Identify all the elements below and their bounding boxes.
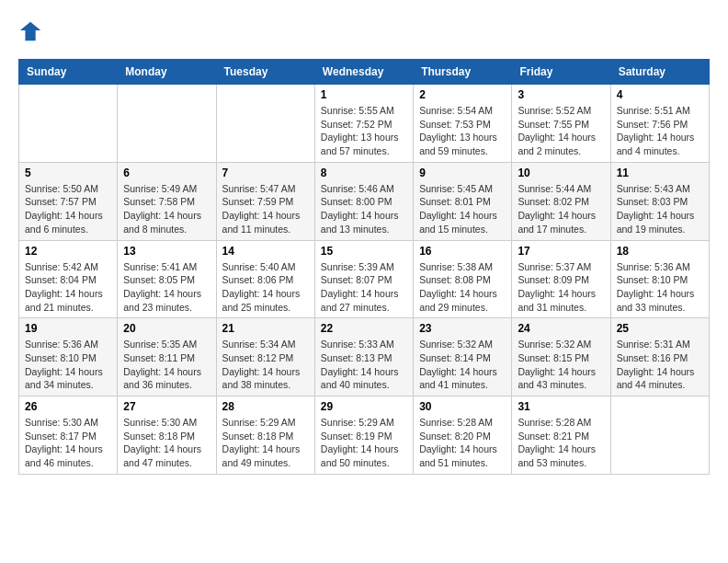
- day-number: 4: [617, 88, 703, 101]
- day-number: 7: [222, 167, 309, 179]
- day-info: Sunrise: 5:40 AM Sunset: 8:06 PM Dayligh…: [222, 260, 309, 315]
- calendar-cell: 28Sunrise: 5:29 AM Sunset: 8:18 PM Dayli…: [216, 396, 314, 475]
- day-header-saturday: Saturday: [610, 60, 709, 85]
- day-number: 10: [518, 167, 604, 179]
- day-number: 31: [518, 400, 604, 413]
- calendar-cell: 21Sunrise: 5:34 AM Sunset: 8:12 PM Dayli…: [216, 318, 314, 396]
- calendar-cell: 26Sunrise: 5:30 AM Sunset: 8:17 PM Dayli…: [19, 396, 118, 475]
- day-number: 14: [222, 245, 309, 258]
- page-header: [18, 18, 710, 44]
- day-info: Sunrise: 5:28 AM Sunset: 8:21 PM Dayligh…: [518, 416, 604, 470]
- day-info: Sunrise: 5:45 AM Sunset: 8:01 PM Dayligh…: [419, 182, 506, 236]
- calendar-table: SundayMondayTuesdayWednesdayThursdayFrid…: [18, 59, 710, 475]
- day-info: Sunrise: 5:52 AM Sunset: 7:55 PM Dayligh…: [518, 104, 604, 158]
- day-info: Sunrise: 5:36 AM Sunset: 8:10 PM Dayligh…: [617, 260, 703, 315]
- calendar-cell: 20Sunrise: 5:35 AM Sunset: 8:11 PM Dayli…: [118, 318, 216, 396]
- day-header-sunday: Sunday: [19, 60, 118, 85]
- day-info: Sunrise: 5:47 AM Sunset: 7:59 PM Dayligh…: [222, 182, 309, 236]
- calendar-cell: 7Sunrise: 5:47 AM Sunset: 7:59 PM Daylig…: [216, 162, 314, 240]
- day-info: Sunrise: 5:28 AM Sunset: 8:20 PM Dayligh…: [419, 416, 506, 470]
- day-number: 29: [321, 400, 407, 413]
- day-info: Sunrise: 5:51 AM Sunset: 7:56 PM Dayligh…: [617, 104, 703, 158]
- day-info: Sunrise: 5:39 AM Sunset: 8:07 PM Dayligh…: [321, 260, 407, 315]
- calendar-cell: 17Sunrise: 5:37 AM Sunset: 8:09 PM Dayli…: [512, 240, 610, 318]
- day-header-monday: Monday: [118, 60, 216, 85]
- day-info: Sunrise: 5:29 AM Sunset: 8:19 PM Dayligh…: [321, 416, 407, 470]
- day-number: 24: [518, 322, 604, 335]
- calendar-header-row: SundayMondayTuesdayWednesdayThursdayFrid…: [19, 60, 710, 85]
- calendar-cell: 11Sunrise: 5:43 AM Sunset: 8:03 PM Dayli…: [610, 162, 709, 240]
- calendar-cell: 8Sunrise: 5:46 AM Sunset: 8:00 PM Daylig…: [314, 162, 413, 240]
- calendar-cell: 13Sunrise: 5:41 AM Sunset: 8:05 PM Dayli…: [118, 240, 216, 318]
- calendar-cell: 2Sunrise: 5:54 AM Sunset: 7:53 PM Daylig…: [414, 85, 512, 163]
- calendar-cell: 27Sunrise: 5:30 AM Sunset: 8:18 PM Dayli…: [118, 396, 216, 475]
- day-number: 23: [419, 322, 506, 335]
- day-number: 26: [25, 400, 111, 413]
- day-info: Sunrise: 5:42 AM Sunset: 8:04 PM Dayligh…: [25, 260, 111, 315]
- day-info: Sunrise: 5:49 AM Sunset: 7:58 PM Dayligh…: [123, 182, 210, 236]
- svg-marker-0: [20, 22, 40, 41]
- calendar-cell: 29Sunrise: 5:29 AM Sunset: 8:19 PM Dayli…: [314, 396, 413, 475]
- day-number: 11: [617, 167, 703, 179]
- calendar-cell: [19, 85, 118, 163]
- day-info: Sunrise: 5:43 AM Sunset: 8:03 PM Dayligh…: [617, 182, 703, 236]
- day-number: 17: [518, 245, 604, 258]
- day-number: 19: [25, 322, 111, 335]
- day-number: 30: [419, 400, 506, 413]
- calendar-week-1: 1Sunrise: 5:55 AM Sunset: 7:52 PM Daylig…: [19, 85, 710, 163]
- day-info: Sunrise: 5:30 AM Sunset: 8:18 PM Dayligh…: [123, 416, 210, 470]
- calendar-cell: 25Sunrise: 5:31 AM Sunset: 8:16 PM Dayli…: [610, 318, 709, 396]
- day-number: 16: [419, 245, 506, 258]
- calendar-cell: 18Sunrise: 5:36 AM Sunset: 8:10 PM Dayli…: [610, 240, 709, 318]
- day-number: 13: [123, 245, 210, 258]
- day-header-wednesday: Wednesday: [314, 60, 413, 85]
- day-info: Sunrise: 5:34 AM Sunset: 8:12 PM Dayligh…: [222, 338, 309, 392]
- calendar-cell: [216, 85, 314, 163]
- day-info: Sunrise: 5:35 AM Sunset: 8:11 PM Dayligh…: [123, 338, 210, 392]
- calendar-cell: [610, 396, 709, 475]
- calendar-cell: 10Sunrise: 5:44 AM Sunset: 8:02 PM Dayli…: [512, 162, 610, 240]
- day-info: Sunrise: 5:37 AM Sunset: 8:09 PM Dayligh…: [518, 260, 604, 315]
- day-info: Sunrise: 5:36 AM Sunset: 8:10 PM Dayligh…: [25, 338, 111, 392]
- day-info: Sunrise: 5:31 AM Sunset: 8:16 PM Dayligh…: [617, 338, 703, 392]
- day-header-thursday: Thursday: [414, 60, 512, 85]
- calendar-cell: 22Sunrise: 5:33 AM Sunset: 8:13 PM Dayli…: [314, 318, 413, 396]
- day-info: Sunrise: 5:32 AM Sunset: 8:15 PM Dayligh…: [518, 338, 604, 392]
- day-number: 20: [123, 322, 210, 335]
- day-info: Sunrise: 5:32 AM Sunset: 8:14 PM Dayligh…: [419, 338, 506, 392]
- day-number: 28: [222, 400, 309, 413]
- calendar-cell: 1Sunrise: 5:55 AM Sunset: 7:52 PM Daylig…: [314, 85, 413, 163]
- calendar-cell: 23Sunrise: 5:32 AM Sunset: 8:14 PM Dayli…: [414, 318, 512, 396]
- calendar-week-2: 5Sunrise: 5:50 AM Sunset: 7:57 PM Daylig…: [19, 162, 710, 240]
- calendar-cell: 14Sunrise: 5:40 AM Sunset: 8:06 PM Dayli…: [216, 240, 314, 318]
- logo-icon: [18, 18, 44, 44]
- day-number: 3: [518, 88, 604, 101]
- day-info: Sunrise: 5:30 AM Sunset: 8:17 PM Dayligh…: [25, 416, 111, 470]
- calendar-week-3: 12Sunrise: 5:42 AM Sunset: 8:04 PM Dayli…: [19, 240, 710, 318]
- day-number: 9: [419, 167, 506, 179]
- day-info: Sunrise: 5:41 AM Sunset: 8:05 PM Dayligh…: [123, 260, 210, 315]
- day-info: Sunrise: 5:44 AM Sunset: 8:02 PM Dayligh…: [518, 182, 604, 236]
- day-number: 12: [25, 245, 111, 258]
- calendar-cell: 5Sunrise: 5:50 AM Sunset: 7:57 PM Daylig…: [19, 162, 118, 240]
- day-info: Sunrise: 5:50 AM Sunset: 7:57 PM Dayligh…: [25, 182, 111, 236]
- calendar-cell: 19Sunrise: 5:36 AM Sunset: 8:10 PM Dayli…: [19, 318, 118, 396]
- day-info: Sunrise: 5:55 AM Sunset: 7:52 PM Dayligh…: [321, 104, 407, 158]
- day-header-tuesday: Tuesday: [216, 60, 314, 85]
- day-number: 8: [321, 167, 407, 179]
- calendar-cell: 16Sunrise: 5:38 AM Sunset: 8:08 PM Dayli…: [414, 240, 512, 318]
- calendar-cell: 30Sunrise: 5:28 AM Sunset: 8:20 PM Dayli…: [414, 396, 512, 475]
- calendar-cell: [118, 85, 216, 163]
- calendar-cell: 3Sunrise: 5:52 AM Sunset: 7:55 PM Daylig…: [512, 85, 610, 163]
- day-number: 2: [419, 88, 506, 101]
- day-info: Sunrise: 5:33 AM Sunset: 8:13 PM Dayligh…: [321, 338, 407, 392]
- calendar-cell: 6Sunrise: 5:49 AM Sunset: 7:58 PM Daylig…: [118, 162, 216, 240]
- day-number: 1: [321, 88, 407, 101]
- day-number: 18: [617, 245, 703, 258]
- calendar-week-5: 26Sunrise: 5:30 AM Sunset: 8:17 PM Dayli…: [19, 396, 710, 475]
- calendar-cell: 12Sunrise: 5:42 AM Sunset: 8:04 PM Dayli…: [19, 240, 118, 318]
- calendar-week-4: 19Sunrise: 5:36 AM Sunset: 8:10 PM Dayli…: [19, 318, 710, 396]
- day-info: Sunrise: 5:29 AM Sunset: 8:18 PM Dayligh…: [222, 416, 309, 470]
- calendar-cell: 24Sunrise: 5:32 AM Sunset: 8:15 PM Dayli…: [512, 318, 610, 396]
- day-number: 25: [617, 322, 703, 335]
